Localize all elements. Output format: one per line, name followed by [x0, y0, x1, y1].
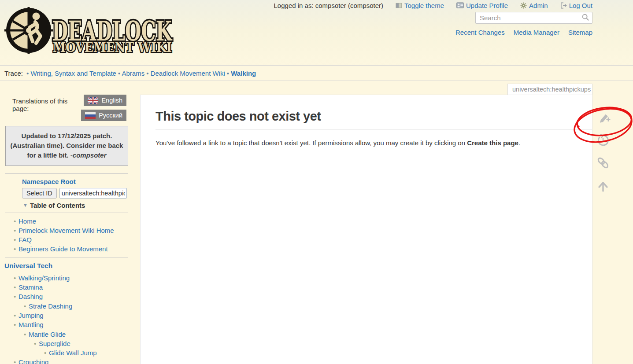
toc-link[interactable]: FAQ — [19, 236, 32, 243]
sidebar: Translations of this page: English Русск… — [0, 93, 140, 364]
tech-list-item: Glide Wall Jump — [0, 348, 140, 357]
trace-label: Trace: — [4, 70, 23, 77]
toc-toggle-label: Table of Contents — [30, 202, 85, 209]
tech-link[interactable]: Stamina — [19, 283, 43, 291]
tech-list-item: Superglide — [0, 339, 140, 348]
translations-block: Translations of this page: English Русск… — [0, 93, 140, 121]
toggle-theme-link[interactable]: Toggle theme — [404, 2, 444, 9]
toc-link[interactable]: Beginners Guide to Movement — [19, 245, 108, 253]
logged-in-status: Logged in as: compsoter (compsoter) — [274, 2, 383, 9]
tech-list-item: Dashing — [0, 292, 140, 301]
patch-notice: Updated to 17/12/2025 patch. (Australian… — [5, 126, 128, 166]
contrast-icon — [396, 2, 402, 9]
toc-list-item: FAQ — [0, 235, 140, 244]
breadcrumb: Trace: Writing, Syntax and TemplateAbram… — [0, 65, 633, 81]
wiki-logo[interactable]: DEADLOCK MOVEMENT WIKI — [4, 5, 174, 54]
sidebar-divider — [5, 173, 128, 174]
toc-list-item: Home — [0, 217, 140, 226]
universal-tech-list: Walking/SprintingStaminaDashingStrafe Da… — [0, 273, 140, 364]
toc-link[interactable]: Primelock Movement Wiki Home — [19, 227, 114, 234]
notice-author: -compsoter — [70, 151, 107, 159]
update-profile-link[interactable]: Update Profile — [466, 2, 508, 9]
tech-list-item: Strafe Dashing — [0, 301, 140, 311]
search-box — [475, 12, 592, 24]
tech-list-item: Walking/Sprinting — [0, 273, 140, 283]
translation-label: Русский — [99, 112, 122, 119]
logout-button[interactable]: Log Out — [560, 2, 592, 9]
back-to-top-icon[interactable] — [596, 178, 610, 194]
translations-label: Translations of this page: — [12, 95, 81, 121]
toc-list-item: Beginners Guide to Movement — [0, 244, 140, 254]
search-input[interactable] — [476, 14, 581, 22]
search-icon[interactable] — [581, 13, 589, 23]
tech-link[interactable]: Strafe Dashing — [29, 302, 72, 310]
namespace-root-heading: Namespace Root — [22, 178, 140, 185]
trace-item: Abrams — [118, 70, 144, 77]
trace-item: Deadlock Movement Wiki — [146, 70, 225, 77]
toc-toggle[interactable]: ▼ Table of Contents — [23, 202, 140, 209]
toc-list: HomePrimelock Movement Wiki HomeFAQBegin… — [0, 217, 140, 254]
tech-link[interactable]: Mantling — [19, 321, 44, 328]
wiki-logo-emblem — [4, 7, 53, 54]
tech-link[interactable]: Walking/Sprinting — [19, 274, 70, 282]
logo-text-line2: MOVEMENT WIKI — [53, 40, 172, 54]
page-id-input[interactable] — [59, 188, 127, 199]
site-tool-link[interactable]: Recent Changes — [455, 29, 505, 36]
trace-link[interactable]: Deadlock Movement Wiki — [151, 70, 225, 77]
toc-link[interactable]: Home — [19, 217, 36, 225]
update-profile-button[interactable]: Update Profile — [456, 2, 508, 9]
translation-label: English — [101, 97, 122, 104]
old-revisions-icon[interactable] — [596, 133, 610, 149]
trace-link[interactable]: Writing, Syntax and Template — [30, 70, 116, 77]
tech-list-item: Mantling — [0, 320, 140, 329]
sidebar-divider — [5, 257, 128, 257]
tech-link[interactable]: Mantle Glide — [29, 331, 66, 338]
toc-list-item: Primelock Movement Wiki Home — [0, 226, 140, 235]
namespace-block: Namespace Root Select ID ▼ Table of Cont… — [22, 178, 140, 209]
tech-list-item: Mantle Glide — [0, 330, 140, 339]
tech-list-item: Crouching — [0, 357, 140, 364]
universal-tech-heading: Universal Tech — [4, 262, 140, 270]
triangle-down-icon: ▼ — [23, 202, 28, 208]
logout-link[interactable]: Log Out — [569, 2, 592, 9]
create-page-pencil-icon[interactable] — [596, 110, 611, 127]
trace-link[interactable]: Abrams — [122, 70, 145, 77]
create-page-emphasis: Create this page — [467, 139, 518, 147]
toggle-theme-button[interactable]: Toggle theme — [396, 2, 444, 9]
trace-item: Writing, Syntax and Template — [26, 70, 116, 77]
uk-flag-icon — [88, 97, 98, 104]
tech-link[interactable]: Superglide — [39, 340, 70, 347]
tech-link[interactable]: Dashing — [19, 293, 43, 300]
sidebar-divider — [5, 213, 128, 213]
topic-missing-message: You've followed a link to a topic that d… — [155, 139, 574, 147]
site-tool-link[interactable]: Sitemap — [568, 29, 592, 36]
id-card-icon — [456, 2, 464, 8]
trace-links: Writing, Syntax and TemplateAbramsDeadlo… — [25, 70, 256, 77]
select-id-button[interactable]: Select ID — [22, 188, 57, 199]
tech-list-item: Jumping — [0, 311, 140, 320]
main-content: This topic does not exist yet You've fol… — [140, 95, 592, 364]
logout-icon — [560, 2, 567, 9]
gear-icon — [520, 2, 527, 9]
translation-button-russian[interactable]: Русский — [81, 110, 126, 121]
tech-link[interactable]: Jumping — [19, 312, 44, 319]
tech-link[interactable]: Glide Wall Jump — [49, 349, 97, 357]
admin-link[interactable]: Admin — [529, 2, 548, 9]
backlinks-icon[interactable] — [596, 156, 610, 172]
site-tools: Recent ChangesMedia ManagerSitemap — [455, 29, 592, 36]
tech-link[interactable]: Crouching — [19, 358, 48, 364]
trace-link[interactable]: Walking — [231, 70, 256, 77]
admin-button[interactable]: Admin — [520, 2, 548, 9]
site-tool-link[interactable]: Media Manager — [514, 29, 559, 36]
translation-button-english[interactable]: English — [84, 95, 126, 106]
tech-list-item: Stamina — [0, 283, 140, 292]
trace-item: Walking — [227, 70, 256, 77]
page-id-tab: universaltech:healthpickups — [507, 84, 592, 95]
russia-flag-icon — [85, 112, 96, 119]
page-tools — [596, 110, 611, 194]
page-title: This topic does not exist yet — [155, 109, 592, 129]
